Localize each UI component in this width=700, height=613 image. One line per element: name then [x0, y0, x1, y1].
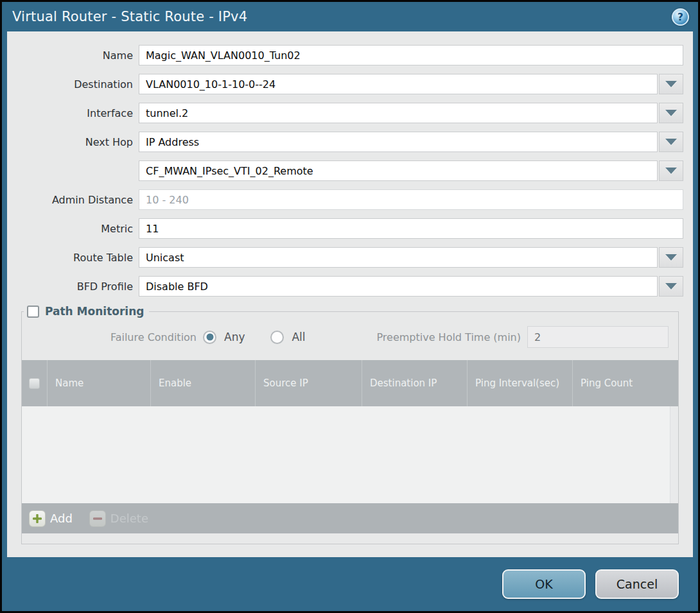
path-monitoring-table-toolbar: Add Delete: [22, 503, 678, 533]
form-row-next-hop: Next Hop: [7, 132, 693, 152]
path-monitoring-checkbox[interactable]: [27, 306, 39, 318]
interface-dropdown-button[interactable]: [659, 103, 683, 123]
radio-any-label[interactable]: Any: [224, 331, 245, 343]
chevron-down-icon: [665, 81, 677, 87]
chevron-down-icon: [665, 168, 677, 174]
metric-label: Metric: [7, 223, 133, 235]
path-monitoring-table-body: [22, 406, 678, 503]
admin-distance-label: Admin Distance: [7, 194, 133, 206]
help-icon[interactable]: ?: [672, 8, 689, 26]
destination-label: Destination: [7, 78, 133, 91]
destination-dropdown-button[interactable]: [659, 74, 683, 94]
next-hop-type-dropdown-button[interactable]: [659, 132, 683, 152]
dialog-title: Virtual Router - Static Route - IPv4: [12, 9, 672, 24]
ok-button[interactable]: OK: [502, 569, 586, 599]
add-button[interactable]: Add: [29, 510, 73, 527]
preemptive-hold-time-label: Preemptive Hold Time (min): [376, 331, 521, 343]
radio-any[interactable]: [203, 331, 216, 344]
next-hop-label: Next Hop: [7, 136, 133, 148]
route-table-dropdown-button[interactable]: [659, 247, 683, 268]
column-header-name: Name: [47, 360, 150, 406]
form-row-route-table: Route Table: [7, 247, 693, 268]
route-table-input[interactable]: [139, 247, 658, 268]
form-row-metric: Metric: [7, 218, 693, 239]
bfd-profile-label: BFD Profile: [7, 281, 133, 293]
route-table-label: Route Table: [7, 252, 133, 264]
path-monitoring-table: Name Enable Source IP Destination IP Pin…: [22, 360, 678, 533]
interface-input[interactable]: [139, 103, 658, 123]
path-monitoring-legend: Path Monitoring: [24, 305, 149, 318]
bfd-profile-input[interactable]: [139, 276, 658, 297]
next-hop-type-input[interactable]: [139, 132, 658, 152]
column-header-ping-count: Ping Count: [572, 360, 678, 406]
destination-input[interactable]: [139, 74, 658, 94]
form-row-next-hop-address: [7, 160, 693, 181]
dialog-footer: OK Cancel: [2, 557, 698, 611]
preemptive-hold-time-input: [527, 326, 669, 348]
next-hop-address-dropdown-button[interactable]: [659, 160, 683, 181]
delete-button[interactable]: Delete: [89, 510, 148, 527]
failure-condition-row: Failure Condition Any All Preemptive Hol…: [22, 326, 669, 348]
radio-all[interactable]: [270, 331, 284, 344]
radio-all-label[interactable]: All: [292, 331, 305, 343]
next-hop-address-input[interactable]: [139, 160, 658, 181]
column-header-ping-interval: Ping Interval(sec): [467, 360, 572, 406]
failure-condition-label: Failure Condition: [22, 331, 197, 343]
form-row-bfd-profile: BFD Profile: [7, 276, 693, 297]
failure-option-all: All: [270, 331, 305, 344]
name-input[interactable]: [139, 45, 683, 65]
form-row-admin-distance: Admin Distance: [7, 189, 693, 210]
dialog-titlebar: Virtual Router - Static Route - IPv4 ?: [2, 2, 698, 31]
name-label: Name: [7, 49, 133, 62]
chevron-down-icon: [665, 283, 677, 289]
delete-minus-icon: [89, 510, 106, 527]
path-monitoring-section: Path Monitoring Failure Condition Any Al…: [21, 305, 679, 544]
static-route-dialog: Virtual Router - Static Route - IPv4 ? N…: [0, 0, 700, 613]
cancel-button[interactable]: Cancel: [595, 569, 679, 599]
column-header-destination-ip: Destination IP: [362, 360, 467, 406]
table-scrollbar-track[interactable]: [670, 406, 678, 503]
chevron-down-icon: [665, 139, 677, 145]
chevron-down-icon: [665, 254, 677, 261]
form-row-interface: Interface: [7, 103, 693, 123]
failure-option-any: Any: [203, 331, 245, 344]
admin-distance-input[interactable]: [139, 189, 683, 210]
form-row-name: Name: [7, 45, 693, 65]
dialog-content: Name Destination Interface Next Hop: [7, 31, 693, 557]
column-header-source-ip: Source IP: [255, 360, 362, 406]
column-header-enable: Enable: [150, 360, 255, 406]
chevron-down-icon: [665, 110, 677, 116]
add-plus-icon: [29, 510, 46, 527]
form-row-destination: Destination: [7, 74, 693, 94]
metric-input[interactable]: [139, 218, 683, 239]
select-all-checkbox[interactable]: [29, 378, 40, 389]
path-monitoring-title: Path Monitoring: [45, 305, 144, 318]
path-monitoring-table-header: Name Enable Source IP Destination IP Pin…: [22, 360, 678, 406]
interface-label: Interface: [7, 107, 133, 119]
bfd-profile-dropdown-button[interactable]: [659, 276, 683, 297]
